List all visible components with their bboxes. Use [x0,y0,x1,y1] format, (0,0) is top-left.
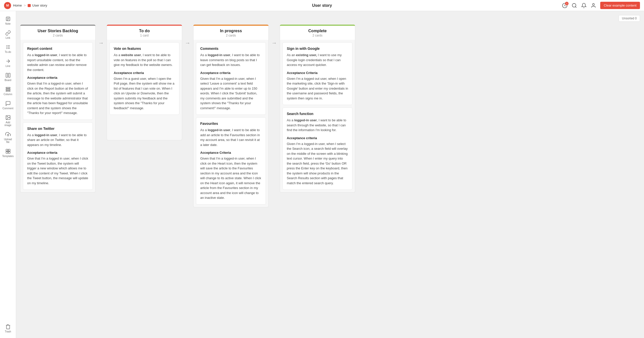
sidebar-upload-label: Upload file [3,138,14,143]
card-intro: As a logged-in user, I want to be able t… [200,53,262,67]
card-criteria: Given I'm a logged-in user, when I selec… [287,141,348,186]
sidebar-item-trash[interactable]: Trash [1,322,15,335]
column-inprogress-title: In progress [195,29,266,33]
card-title: Search function [287,112,348,116]
sidebar-link-label: Link [6,36,10,39]
card-criteria: Given that I'm a logged-in user, when I … [200,76,262,111]
board-columns: User Stories Backlog 2 cards Report cont… [20,25,640,207]
column-backlog-body: Report content As a logged-in user, I wa… [20,40,96,193]
card-title: Vote on features [114,47,175,51]
card-intro: As a logged-in user, I want to be able t… [27,53,89,72]
card-criteria-title: Acceptance Criteria [200,151,262,155]
card-sign-in-google[interactable]: Sign in with Google As an existing user,… [283,42,352,105]
sidebar-item-column[interactable]: Column [1,85,15,98]
card-intro: As a logged-in user, I want to be able t… [287,118,348,133]
card-share-twitter[interactable]: Share on Twitter As a logged-in user, I … [23,122,93,190]
bell-icon[interactable] [581,3,587,8]
card-comments[interactable]: Comments As a logged-in user, I want to … [196,42,266,115]
home-link[interactable]: Home [13,4,22,7]
column-inprogress-count: 2 cards [195,34,266,37]
sidebar-item-todo[interactable]: To-do [1,42,15,55]
column-inprogress-body: Comments As a logged-in user, I want to … [193,40,269,207]
card-title: Share on Twitter [27,127,89,131]
sidebar-todo-label: To-do [5,51,11,53]
notification-badge: 3 [565,2,569,5]
notification-icon[interactable]: 3 [562,3,568,8]
sidebar-item-line[interactable]: Line [1,56,15,69]
card-title: Comments [200,47,262,51]
topbar: M Home > User story User story 3 Clear e… [0,0,644,11]
column-todo-count: 1 card [109,34,180,37]
column-complete-count: 2 cards [282,34,353,37]
sidebar-item-add-image[interactable]: Add image [1,113,15,129]
svg-rect-21 [8,149,10,151]
clear-example-button[interactable]: Clear example content [600,2,640,9]
sidebar-item-templates[interactable]: Templates [1,146,15,160]
main-layout: Note Link To-do Line Board Column Commen… [0,11,644,338]
svg-line-2 [575,7,576,8]
page-title: User story [312,3,332,8]
svg-point-1 [572,3,576,7]
sidebar-comment-label: Comment [3,107,13,110]
user-icon[interactable] [591,3,596,8]
column-complete: Complete 2 cards Sign in with Google As … [280,25,355,193]
page-color-dot [28,4,31,7]
breadcrumb: M Home > User story [4,2,47,9]
sidebar-board-label: Board [5,79,11,82]
card-report-content[interactable]: Report content As a logged-in user, I wa… [23,42,93,120]
sidebar-column-label: Column [4,93,12,96]
column-backlog-count: 2 cards [22,34,93,37]
sidebar-add-image-label: Add image [3,121,14,127]
card-criteria: Give that I'm a logged in user, when I c… [27,156,89,185]
column-todo-title: To do [109,29,180,33]
card-title: Sign in with Google [287,47,348,51]
column-complete-header: Complete 2 cards [280,25,355,40]
arrow-backlog-todo: → [96,25,107,46]
search-icon[interactable] [572,3,577,8]
sidebar-item-upload-file[interactable]: Upload file [1,130,15,145]
column-complete-body: Sign in with Google As an existing user,… [280,40,355,193]
column-todo: To do 1 card Vote on features As a websi… [107,25,182,140]
sidebar-item-comment[interactable]: Comment [1,99,15,112]
unsorted-button[interactable]: Unsorted 0 [619,15,640,22]
svg-rect-14 [6,87,10,88]
sidebar-item-link[interactable]: Link [1,28,15,41]
sidebar-trash-label: Trash [5,330,11,333]
card-criteria-title: Acceptance criteria [27,151,89,155]
column-backlog: User Stories Backlog 2 cards Report cont… [20,25,96,193]
card-criteria: Given that I'm a logged-in user, when I … [27,81,89,116]
sidebar: Note Link To-do Line Board Column Commen… [0,11,16,338]
card-intro: As a logged-in user, I want to be able t… [27,133,89,147]
card-intro: As a logged-in user, I want to be able t… [200,128,262,147]
arrow-inprogress-complete: → [269,25,280,46]
topbar-actions: 3 Clear example content [562,2,640,9]
sidebar-item-note[interactable]: Note [1,14,15,27]
card-vote-features[interactable]: Vote on features As a website user, I wa… [109,42,179,115]
arrow-todo-inprogress: → [182,25,193,46]
logo[interactable]: M [4,2,11,9]
sidebar-note-label: Note [5,22,11,25]
svg-rect-23 [8,152,10,153]
card-criteria-title: Acceptance criteria [200,71,262,75]
svg-rect-12 [6,73,7,78]
card-favourites[interactable]: Favourites As a logged-in user, I want t… [196,117,266,205]
svg-point-18 [7,116,8,117]
card-criteria-title: Acceptance criteria [27,76,89,80]
card-search-function[interactable]: Search function As a logged-in user, I w… [283,107,352,190]
card-criteria: Given that I'm a logged-in user, when I … [200,156,262,200]
card-intro: As a website user, I want to be able to … [114,53,175,67]
card-criteria-title: Acceptance Criteria [287,71,348,75]
sidebar-templates-label: Templates [2,155,14,158]
sidebar-item-board[interactable]: Board [1,70,15,84]
svg-rect-22 [6,152,8,153]
current-page-breadcrumb: User story [28,4,47,7]
card-criteria-title: Acceptance criteria [287,136,348,140]
svg-point-3 [592,3,594,5]
page-name-breadcrumb: User story [32,4,47,7]
column-backlog-title: User Stories Backlog [22,29,93,33]
card-title: Favourites [200,122,262,126]
card-intro: As an existing user, I want to use my Go… [287,53,348,67]
column-inprogress-header: In progress 2 cards [193,25,269,40]
column-todo-header: To do 1 card [107,25,182,40]
column-backlog-header: User Stories Backlog 2 cards [20,25,96,40]
